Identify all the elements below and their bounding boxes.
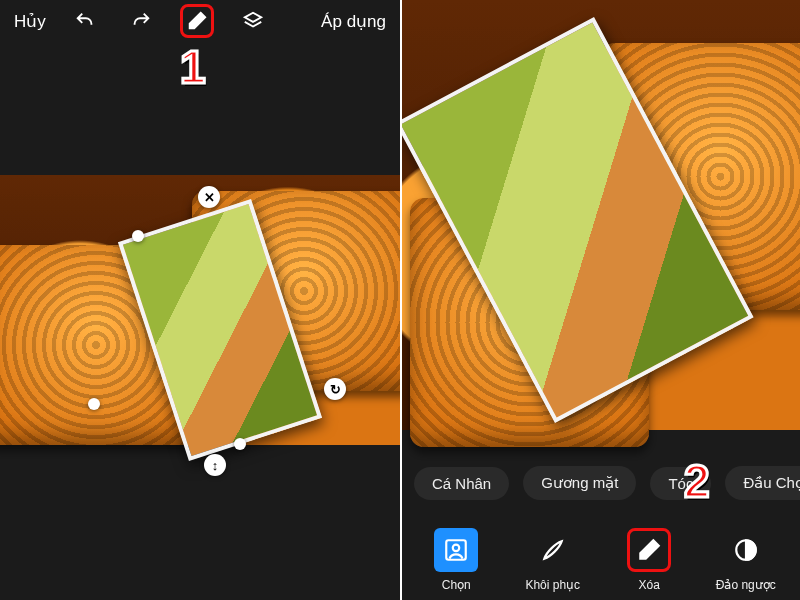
cancel-button[interactable]: Hủy — [14, 11, 46, 32]
tool-label: Chọn — [442, 578, 471, 592]
resize-handle[interactable] — [88, 398, 100, 410]
tool-select[interactable]: Chọn — [419, 528, 493, 592]
tool-label: Đảo ngược — [716, 578, 776, 592]
tool-restore[interactable]: Khôi phục — [516, 528, 590, 592]
editor-canvas[interactable] — [402, 0, 800, 430]
person-select-icon — [434, 528, 478, 572]
tool-erase[interactable]: Xóa — [612, 528, 686, 592]
layers-icon[interactable] — [236, 4, 270, 38]
brush-icon — [531, 528, 575, 572]
svg-point-1 — [453, 545, 460, 552]
tool-label: Khôi phục — [525, 578, 580, 592]
handle-flip-icon[interactable]: ↕ — [204, 454, 226, 476]
screen-step-1: Hủy Áp dụng ✕ ↻ ↕ — [0, 0, 400, 600]
chip-face[interactable]: Gương mặt — [523, 466, 636, 500]
redo-icon[interactable] — [124, 4, 158, 38]
eraser-icon — [627, 528, 671, 572]
eraser-icon[interactable] — [180, 4, 214, 38]
screen-step-2: Cá Nhân Gương mặt Tóc Đầu Chọn Chọn Khôi… — [400, 0, 800, 600]
top-toolbar: Hủy Áp dụng — [0, 0, 400, 42]
handle-rotate-icon[interactable]: ↻ — [324, 378, 346, 400]
editor-canvas[interactable] — [0, 175, 400, 445]
tool-label: Xóa — [639, 578, 660, 592]
bottom-toolbar: Chọn Khôi phục Xóa Đảo ngược — [402, 528, 800, 592]
chip-hair[interactable]: Tóc — [650, 467, 711, 500]
handle-delete-icon[interactable]: ✕ — [198, 186, 220, 208]
chip-personal[interactable]: Cá Nhân — [414, 467, 509, 500]
chip-selection[interactable]: Đầu Chọn — [725, 466, 800, 500]
invert-icon — [724, 528, 768, 572]
resize-handle[interactable] — [234, 438, 246, 450]
apply-button[interactable]: Áp dụng — [321, 11, 386, 32]
undo-icon[interactable] — [68, 4, 102, 38]
filter-chip-row: Cá Nhân Gương mặt Tóc Đầu Chọn — [402, 466, 800, 500]
resize-handle[interactable] — [132, 230, 144, 242]
tool-invert[interactable]: Đảo ngược — [709, 528, 783, 592]
